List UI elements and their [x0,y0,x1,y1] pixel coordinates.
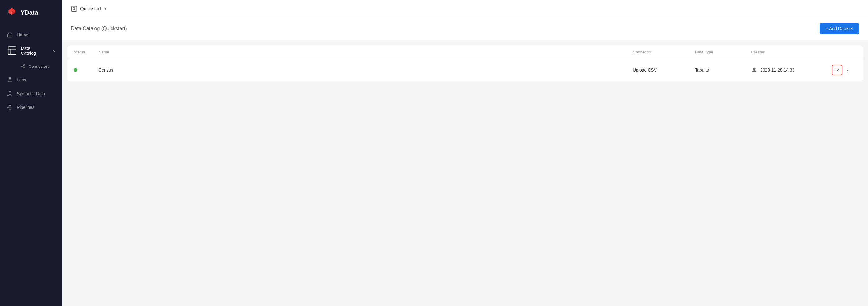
table-header: Status Name Connector Data Type Created [67,46,863,59]
sidebar-item-data-catalog[interactable]: Data Catalog ∧ [0,42,62,59]
svg-rect-13 [835,68,838,71]
status-active-dot [74,68,78,72]
sidebar-subnav-data-catalog: Connectors [0,59,62,73]
sidebar-item-home-label: Home [17,32,28,37]
synthetic-data-icon [7,90,13,97]
topbar-title: Quickstart [80,6,101,11]
sidebar-item-synthetic-data-label: Synthetic Data [17,91,45,96]
svg-point-8 [9,105,10,106]
add-dataset-button[interactable]: + Add Dataset [819,23,859,34]
app-logo: YData [0,0,62,25]
svg-point-10 [9,109,10,110]
open-dataset-button[interactable] [832,65,842,75]
chevron-up-icon: ∧ [53,49,55,53]
col-actions [832,50,857,54]
data-catalog-icon [7,46,17,56]
col-name: Name [98,50,633,54]
sidebar-item-labs-label: Labs [17,78,26,82]
add-dataset-label: + Add Dataset [826,26,853,31]
svg-point-9 [11,107,12,108]
sidebar-nav: Home Data Catalog ∧ Con [0,25,62,306]
pipelines-icon [7,104,13,110]
col-status: Status [74,50,98,54]
col-data-type: Data Type [695,50,751,54]
svg-point-1 [21,66,22,67]
col-created: Created [751,50,832,54]
row-actions-cell: ⋮ [832,65,857,75]
row-name-cell: Census [98,67,633,73]
svg-point-7 [8,107,9,108]
more-options-button[interactable]: ⋮ [843,65,852,74]
home-icon [7,32,13,38]
topbar-chevron-icon[interactable]: ▾ [104,6,106,11]
quickstart-icon [71,5,78,12]
sidebar-item-data-catalog-left: Data Catalog [7,46,36,56]
data-catalog-table: Status Name Connector Data Type Created … [67,45,863,81]
sidebar-item-pipelines-label: Pipelines [17,105,34,110]
app-name: YData [21,9,38,16]
sidebar-item-connectors-label: Connectors [29,64,49,69]
sidebar-item-synthetic-data[interactable]: Synthetic Data [0,87,62,101]
svg-point-12 [753,68,755,70]
main-content: Quickstart ▾ Data Catalog (Quickstart) +… [62,0,868,306]
svg-point-2 [24,64,25,65]
svg-point-5 [8,95,9,96]
sidebar-item-data-catalog-label: Data Catalog [21,46,36,56]
sidebar-item-pipelines[interactable]: Pipelines [0,101,62,114]
topbar: Quickstart ▾ [62,0,868,18]
user-avatar-icon [751,66,758,74]
page-header: Data Catalog (Quickstart) + Add Dataset [62,18,868,40]
row-connector-cell: Upload CSV [633,67,695,73]
row-data-type-cell: Tabular [695,67,751,73]
svg-rect-0 [8,47,16,54]
labs-icon [7,77,13,83]
table-row: Census Upload CSV Tabular 2023-11-28 14:… [67,59,863,81]
connectors-icon [20,63,26,69]
svg-point-6 [11,95,12,96]
row-created-cell: 2023-11-28 14:33 [751,66,832,74]
svg-point-4 [9,91,10,92]
sidebar-item-labs[interactable]: Labs [0,73,62,87]
sidebar-item-home[interactable]: Home [0,28,62,42]
page-title: Data Catalog (Quickstart) [71,26,127,31]
row-status-cell [74,68,98,72]
logo-icon [6,7,18,18]
row-created-date: 2023-11-28 14:33 [760,67,795,73]
external-link-icon [834,67,839,73]
sidebar-item-connectors[interactable]: Connectors [17,61,62,72]
col-connector: Connector [633,50,695,54]
svg-point-3 [24,67,25,68]
sidebar: YData Home Data Catalog ∧ [0,0,62,306]
more-options-dots: ⋮ [845,66,850,74]
